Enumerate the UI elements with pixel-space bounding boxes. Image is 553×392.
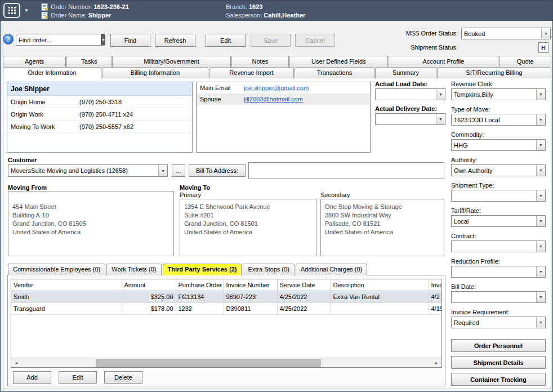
moving-to-secondary-address[interactable]: One Stop Moving & Storage 3800 SW Indust…	[320, 199, 444, 256]
chevron-down-icon[interactable]: ▼	[536, 216, 545, 226]
column-header-invoice[interactable]: Invoice	[429, 279, 442, 291]
grid-row[interactable]: Smith $325.00 FG13134 98907-223 4/25/202…	[11, 291, 442, 302]
authority-select[interactable]: Own Authority ▼	[451, 164, 546, 176]
customer-select[interactable]: MoversSuite Moving and Logistics (12658)…	[8, 164, 168, 177]
find-order-combo[interactable]: ▼	[16, 34, 105, 46]
delete-button[interactable]: Delete	[104, 371, 142, 384]
shipment-type-select[interactable]: ▼	[451, 190, 546, 202]
chevron-down-icon[interactable]: ▼	[101, 34, 105, 45]
bill-to-address-box[interactable]	[248, 162, 444, 179]
customer-browse-button[interactable]: ...	[172, 164, 185, 177]
grid-cell[interactable]: 4/25/2022	[277, 291, 331, 302]
contract-select[interactable]: ▼	[451, 240, 546, 252]
commodity-select[interactable]: HHG ▼	[451, 139, 546, 151]
tab-account-profile[interactable]: Account Profile	[389, 56, 499, 67]
chevron-down-icon[interactable]: ▼	[536, 317, 545, 328]
column-header-service-date[interactable]: Service Date	[277, 279, 331, 291]
bill-to-address-button[interactable]: Bill To Address:	[189, 164, 246, 177]
tab-military-government[interactable]: Military/Government	[112, 56, 230, 67]
grid-row[interactable]: Transguard $178.00 1232 D390811 4/25/202…	[11, 302, 442, 314]
tab-additional-charges[interactable]: Additional Charges (0)	[296, 264, 367, 275]
chevron-down-icon[interactable]: ▼	[436, 89, 445, 100]
grid-cell[interactable]: 1232	[176, 302, 224, 314]
grid-cell[interactable]: 4/2	[429, 291, 442, 302]
mss-order-status-select[interactable]: Booked ▼	[461, 28, 551, 39]
chevron-down-icon[interactable]: ▼	[536, 241, 545, 252]
chevron-down-icon[interactable]: ▼	[541, 28, 550, 39]
tab-summary[interactable]: Summary	[375, 67, 436, 78]
grid-cell[interactable]: $325.00	[122, 291, 176, 302]
email-link[interactable]: jill2003@hotmail.com	[244, 96, 303, 103]
moving-to-primary-address[interactable]: 1354 E Sherwood Park Avenue Suite #201 G…	[180, 199, 316, 256]
tab-quote[interactable]: Quote	[499, 56, 551, 67]
tab-sit-recurring-billing[interactable]: SIT/Recurring Billing	[437, 67, 551, 78]
order-personnel-button[interactable]: Order Personnel	[451, 339, 546, 352]
revenue-clerk-select[interactable]: Tompkins,Billy ▼	[451, 88, 546, 100]
chevron-down-icon[interactable]: ▼	[536, 266, 545, 277]
tab-tasks[interactable]: Tasks	[66, 56, 112, 67]
column-header-amount[interactable]: Amount	[122, 279, 176, 291]
find-button[interactable]: Find	[110, 34, 150, 47]
edit-button[interactable]: Edit	[206, 34, 246, 47]
grid-cell[interactable]: 98907-223	[224, 291, 277, 302]
tab-billing-information[interactable]: Billing Information	[102, 67, 208, 78]
chevron-down-icon[interactable]: ▼	[536, 292, 545, 302]
scroll-left-icon[interactable]: ◄	[12, 359, 21, 367]
chevron-down-icon[interactable]: ▼	[436, 114, 445, 124]
scrollbar-thumb[interactable]	[96, 359, 321, 367]
find-order-input[interactable]	[16, 37, 101, 43]
shipment-details-button[interactable]: Shipment Details	[451, 356, 546, 369]
scroll-right-icon[interactable]: ►	[432, 359, 441, 367]
save-button[interactable]: Save	[251, 34, 291, 47]
column-header-invoice-number[interactable]: Invoice Number	[224, 279, 277, 291]
tab-extra-stops[interactable]: Extra Stops (0)	[243, 264, 294, 275]
history-button[interactable]: H	[538, 42, 548, 53]
bill-date-select[interactable]: ▼	[451, 291, 546, 303]
chevron-down-icon[interactable]: ▼	[24, 8, 29, 13]
chevron-down-icon[interactable]: ▼	[536, 190, 545, 201]
reduction-profile-select[interactable]: ▼	[451, 266, 546, 278]
cancel-button[interactable]: Cancel	[295, 34, 335, 47]
app-menu-button[interactable]	[3, 3, 20, 18]
actual-load-date-select[interactable]: ▼	[375, 88, 445, 100]
grid-cell[interactable]: Transguard	[11, 302, 122, 314]
tariff-rate-select[interactable]: Local ▼	[451, 215, 546, 227]
email-link[interactable]: joe.shipper@gmail.com	[244, 84, 309, 91]
column-header-description[interactable]: Description	[331, 279, 429, 291]
actual-delivery-date-select[interactable]: ▼	[375, 113, 445, 125]
grid-cell[interactable]: Smith	[11, 291, 122, 302]
tab-notes[interactable]: Notes	[231, 56, 289, 67]
chevron-down-icon[interactable]: ▼	[536, 140, 545, 150]
container-tracking-button[interactable]: Container Tracking	[451, 373, 546, 386]
moving-from-address[interactable]: 454 Main Street Building A-10 Grand Junc…	[8, 191, 174, 256]
grid-cell[interactable]: 4/19	[429, 302, 442, 314]
tab-user-defined-fields[interactable]: User Defined Fields	[289, 56, 387, 67]
refresh-button[interactable]: Refresh	[155, 34, 195, 47]
grid-cell[interactable]: D390811	[224, 302, 277, 314]
edit-row-button[interactable]: Edit	[59, 371, 97, 384]
email-label: Spouse	[200, 96, 244, 103]
type-of-move-select[interactable]: 1623:COD Local ▼	[451, 114, 546, 126]
column-header-vendor[interactable]: Vendor	[11, 279, 122, 291]
grid-cell[interactable]: FG13134	[176, 291, 224, 302]
tab-transactions[interactable]: Transactions	[295, 67, 374, 78]
grid-cell[interactable]: Extra Van Rental	[331, 291, 429, 302]
help-icon[interactable]: ?	[3, 34, 14, 44]
chevron-down-icon[interactable]: ▼	[536, 114, 545, 125]
tab-order-information[interactable]: Order Information	[3, 67, 101, 79]
chevron-down-icon[interactable]: ▼	[536, 165, 545, 176]
horizontal-scrollbar[interactable]: ◄ ►	[11, 358, 441, 367]
add-button[interactable]: Add	[13, 371, 51, 384]
tab-work-tickets[interactable]: Work Tickets (0)	[106, 264, 161, 275]
tab-agents[interactable]: Agents	[3, 56, 66, 67]
grid-cell[interactable]: $178.00	[122, 302, 176, 314]
grid-cell[interactable]	[331, 302, 429, 314]
tab-revenue-import[interactable]: Revenue Import	[209, 67, 294, 78]
chevron-down-icon[interactable]: ▼	[158, 165, 167, 176]
chevron-down-icon[interactable]: ▼	[536, 89, 545, 100]
tab-third-party-services[interactable]: Third Party Services (2)	[163, 264, 242, 275]
column-header-purchase-order[interactable]: Purchase Order	[176, 279, 224, 291]
grid-cell[interactable]: 4/25/2022	[277, 302, 331, 314]
invoice-requirement-select[interactable]: Required ▼	[451, 317, 546, 328]
tab-commissionable-employees[interactable]: Commissionable Employees (0)	[8, 264, 105, 275]
